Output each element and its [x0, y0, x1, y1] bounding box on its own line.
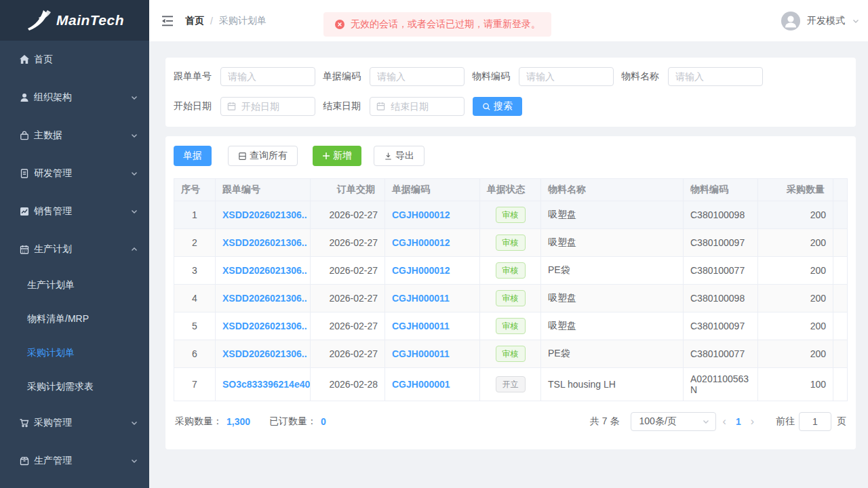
order-no-link[interactable]: XSDD2026021306.. [222, 237, 307, 248]
user-icon [19, 92, 30, 103]
box-icon [19, 455, 30, 466]
sidebar-item-home[interactable]: 首页 [0, 41, 149, 79]
sidebar-item-label: 首页 [34, 54, 138, 66]
session-error-alert: 无效的会话，或者会话已过期，请重新登录。 [323, 12, 551, 37]
menu-fold-icon[interactable] [161, 15, 174, 27]
table-row[interactable]: 5 XSDD2026021306.. 2026-02-27 CGJH000011… [174, 312, 848, 340]
sidebar-subitem-purchase-plan-demand[interactable]: 采购计划需求表 [0, 370, 149, 404]
order-no-link[interactable]: XSDD2026021306.. [222, 209, 307, 220]
chevron-down-icon [130, 169, 138, 178]
col-qty: 采购数量 [758, 179, 833, 201]
field-label: 物料名称 [621, 70, 660, 83]
doc-no-link[interactable]: CGJH000012 [392, 209, 450, 220]
cell-material-name: 吸塑盘 [541, 201, 684, 229]
sidebar-subitem-production-plan-order[interactable]: 生产计划单 [0, 268, 149, 302]
prev-page-button[interactable]: ‹ [716, 412, 733, 431]
form-icon [238, 152, 247, 161]
status-badge: 审核 [496, 262, 526, 279]
filter-field-material-name: 物料名称 [621, 67, 763, 86]
doc-no-link[interactable]: CGJH000012 [392, 265, 450, 276]
calendar-icon [376, 101, 386, 111]
table-row[interactable]: 2 XSDD2026021306.. 2026-02-27 CGJH000012… [174, 229, 848, 257]
search-button[interactable]: 搜索 [473, 97, 522, 116]
sidebar-item-sales[interactable]: 销售管理 [0, 192, 149, 230]
sidebar-menu: 首页 组织架构 主数据 [0, 41, 149, 480]
doc-no-link[interactable]: CGJH000011 [392, 321, 450, 331]
cell-material-name: PE袋 [541, 340, 684, 368]
cell-seq: 4 [174, 285, 216, 312]
order-no-link[interactable]: SO3c833396214e40 [222, 379, 310, 390]
page-content: 跟单单号 单据编码 物料编码 物料名称 [149, 41, 868, 488]
breadcrumb-home[interactable]: 首页 [185, 15, 204, 27]
col-delivery-date: 订单交期 [311, 179, 385, 201]
cell-delivery-date: 2026-02-27 [311, 229, 385, 257]
brand-logo: MainTech [0, 0, 149, 41]
filter-field-end-date: 结束日期 [323, 97, 465, 116]
sidebar-item-label: 主数据 [34, 129, 130, 142]
sidebar-item-master-data[interactable]: 主数据 [0, 117, 149, 155]
chevron-down-icon [702, 418, 710, 426]
cell-seq: 1 [174, 201, 216, 229]
table-row[interactable]: 6 XSDD2026021306.. 2026-02-27 CGJH000011… [174, 340, 848, 368]
doc-no-link[interactable]: CGJH000001 [392, 379, 450, 390]
calendar-icon [226, 101, 237, 111]
order-no-link[interactable]: XSDD2026021306.. [222, 321, 307, 331]
sidebar-subitem-bom-mrp[interactable]: 物料清单/MRP [0, 302, 149, 336]
status-badge: 审核 [496, 207, 526, 223]
bag-icon [19, 130, 30, 141]
sidebar-item-label: 生产管理 [34, 455, 130, 467]
doc-button[interactable]: 单据 [174, 146, 212, 166]
field-label: 物料编码 [472, 70, 511, 83]
user-menu[interactable]: 开发模式 [781, 12, 860, 30]
table-row[interactable]: 1 XSDD2026021306.. 2026-02-27 CGJH000012… [174, 201, 848, 229]
cell-material-name: 吸塑盘 [541, 285, 684, 312]
sidebar-item-production-plan[interactable]: 生产计划 [0, 230, 149, 268]
goto-page-input[interactable] [799, 412, 831, 431]
status-badge: 审核 [496, 346, 526, 362]
purchase-qty-label: 采购数量： [175, 415, 222, 428]
order-no-input[interactable] [220, 67, 315, 86]
cart-icon [19, 418, 30, 428]
brand-name: MainTech [56, 12, 124, 28]
order-no-link[interactable]: XSDD2026021306.. [222, 265, 307, 276]
sidebar-item-manufacturing[interactable]: 生产管理 [0, 442, 149, 480]
query-all-button[interactable]: 查询所有 [228, 146, 298, 166]
table-row[interactable]: 7 SO3c833396214e40 2026-02-28 CGJH000001… [174, 368, 848, 401]
chevron-down-icon [852, 17, 860, 25]
col-seq: 序号 [174, 179, 216, 201]
field-label: 开始日期 [174, 100, 212, 113]
doc-no-link[interactable]: CGJH000011 [392, 293, 450, 304]
doc-no-link[interactable]: CGJH000011 [392, 348, 450, 359]
sub-item-label: 采购计划需求表 [27, 381, 94, 393]
material-code-input[interactable] [519, 67, 614, 86]
cell-material-code: C380100097 [684, 229, 758, 257]
page-size-select[interactable]: 100条/页 [631, 412, 716, 431]
sidebar-item-org[interactable]: 组织架构 [0, 79, 149, 117]
purchase-plan-table: 序号 跟单编号 订单交期 单据编码 单据状态 物料名称 物料编码 采购数量 [174, 178, 848, 401]
doc-no-input[interactable] [370, 67, 465, 86]
sidebar-item-rnd[interactable]: 研发管理 [0, 155, 149, 192]
add-button-label: 新增 [333, 150, 352, 162]
doc-button-label: 单据 [183, 150, 202, 162]
cell-delivery-date: 2026-02-28 [311, 368, 385, 401]
chevron-down-icon [130, 419, 138, 427]
doc-no-link[interactable]: CGJH000012 [392, 237, 450, 248]
table-row[interactable]: 4 XSDD2026021306.. 2026-02-27 CGJH000011… [174, 285, 848, 312]
order-no-link[interactable]: XSDD2026021306.. [222, 348, 307, 359]
material-name-input[interactable] [668, 67, 763, 86]
filter-panel: 跟单单号 单据编码 物料编码 物料名称 [165, 58, 856, 127]
col-material-name: 物料名称 [541, 179, 684, 201]
next-page-button[interactable]: › [744, 412, 761, 431]
sidebar-item-purchasing[interactable]: 采购管理 [0, 404, 149, 442]
export-button[interactable]: 导出 [374, 146, 425, 166]
cell-spacer [833, 201, 848, 229]
order-no-link[interactable]: XSDD2026021306.. [222, 293, 307, 304]
col-doc-no: 单据编码 [385, 179, 480, 201]
add-button[interactable]: 新增 [313, 146, 361, 166]
topbar: 首页 / 采购计划单 无效的会话，或者会话已过期，请重新登录。 开发模式 [149, 0, 868, 41]
status-badge: 审核 [496, 235, 526, 251]
sidebar-subitem-purchase-plan-order[interactable]: 采购计划单 [0, 336, 149, 370]
cell-seq: 2 [174, 229, 216, 257]
current-page[interactable]: 1 [733, 416, 744, 427]
table-row[interactable]: 3 XSDD2026021306.. 2026-02-27 CGJH000012… [174, 257, 848, 285]
